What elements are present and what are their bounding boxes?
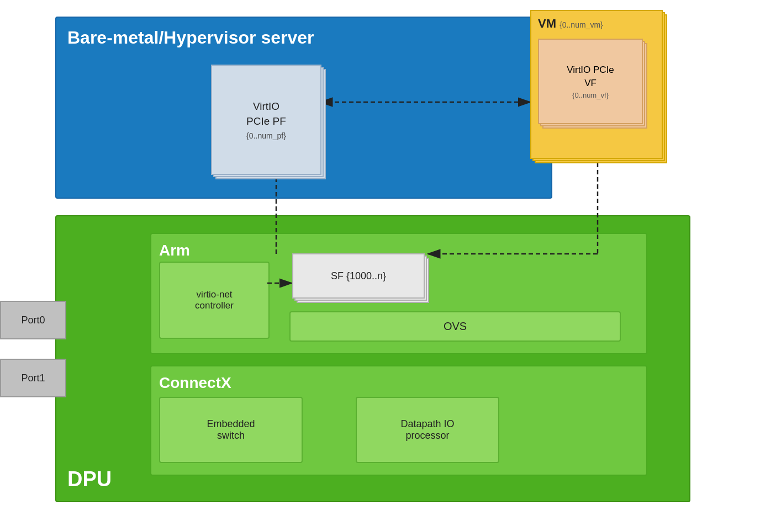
vm-sublabel: {0..num_vm} <box>560 20 603 29</box>
port1-box: Port1 <box>0 359 66 397</box>
connectx-title: ConnectX <box>159 374 231 392</box>
sf-label: SF {1000..n} <box>331 270 386 282</box>
ovs-label: OVS <box>444 320 467 333</box>
sf-card-front: SF {1000..n} <box>292 253 425 299</box>
port1-label: Port1 <box>21 373 45 384</box>
hypervisor-box: Bare-metal/Hypervisor server VirtIOPCIe … <box>55 17 552 199</box>
datapath-io-label: Datapath IOprocessor <box>400 418 454 441</box>
pf-card-front: VirtIOPCIe PF {0..num_pf} <box>211 65 321 175</box>
virtio-net-box: virtio-netcontroller <box>159 262 270 339</box>
datapath-io-box: Datapath IOprocessor <box>356 397 499 463</box>
embedded-switch-box: Embeddedswitch <box>159 397 303 463</box>
port0-box: Port0 <box>0 301 66 339</box>
dpu-box: DPU Arm virtio-netcontroller SF {1000..n… <box>55 215 690 502</box>
arm-box: Arm virtio-netcontroller SF {1000..n} OV… <box>150 233 647 354</box>
vm-card-front: VM {0..num_vm} VirtIO PCIeVF {0..num_vf} <box>530 10 663 159</box>
connectx-box: ConnectX Embeddedswitch Datapath IOproce… <box>150 365 647 476</box>
virtio-net-label: virtio-netcontroller <box>195 289 234 311</box>
port0-label: Port0 <box>21 315 45 326</box>
vm-label: VM {0..num_vm} <box>538 17 603 31</box>
pf-stack: VirtIOPCIe PF {0..num_pf} <box>211 65 327 180</box>
dpu-title: DPU <box>67 467 112 491</box>
embedded-switch-label: Embeddedswitch <box>207 418 255 441</box>
diagram-container: Bare-metal/Hypervisor server VirtIOPCIe … <box>0 0 760 532</box>
vm-container: VM {0..num_vm} VirtIO PCIeVF {0..num_vf} <box>530 10 674 170</box>
arm-title: Arm <box>159 242 190 259</box>
vf-card-front: VirtIO PCIeVF {0..num_vf} <box>538 39 643 124</box>
hypervisor-title: Bare-metal/Hypervisor server <box>67 28 314 48</box>
ovs-box: OVS <box>289 311 621 342</box>
